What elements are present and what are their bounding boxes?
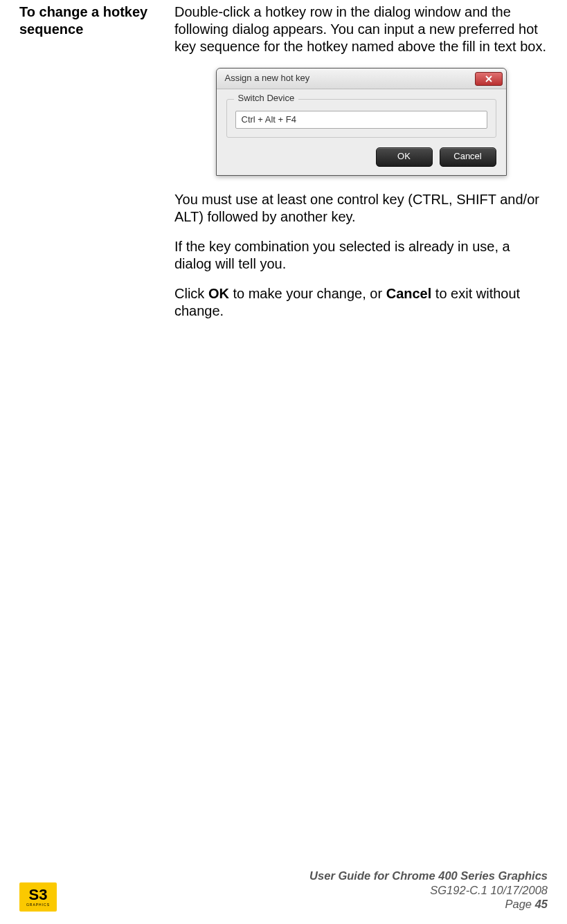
ok-button[interactable]: OK <box>376 147 433 167</box>
close-button[interactable] <box>475 72 503 86</box>
dialog-title: Assign a new hot key <box>225 73 310 84</box>
ok-word: OK <box>208 286 229 301</box>
footer-text: User Guide for Chrome 400 Series Graphic… <box>309 869 548 912</box>
dialog-figure: Assign a new hot key Switch Device OK Ca… <box>174 68 548 176</box>
logo-subtext: GRAPHICS <box>26 903 50 907</box>
paragraph-ok-cancel: Click OK to make your change, or Cancel … <box>174 285 548 320</box>
cancel-word: Cancel <box>386 286 432 301</box>
footer-page: Page 45 <box>309 897 548 912</box>
paragraph-control-key: You must use at least one control key (C… <box>174 191 548 226</box>
s3-logo: S3 GRAPHICS <box>19 882 57 912</box>
page-footer: S3 GRAPHICS User Guide for Chrome 400 Se… <box>0 869 567 912</box>
page-number: 45 <box>535 898 548 910</box>
footer-docid-date: SG192-C.1 10/17/2008 <box>309 883 548 898</box>
hotkey-input[interactable] <box>235 111 487 129</box>
footer-title: User Guide for Chrome 400 Series Graphic… <box>309 869 548 883</box>
section-heading: To change a hotkey sequence <box>19 3 158 38</box>
dialog-buttons: OK Cancel <box>226 147 496 167</box>
dialog-body: Switch Device OK Cancel <box>217 89 506 175</box>
dialog-titlebar: Assign a new hot key <box>217 69 506 89</box>
group-label: Switch Device <box>234 93 299 104</box>
paragraph-intro: Double-click a hotkey row in the dialog … <box>174 3 548 55</box>
cancel-button[interactable]: Cancel <box>440 147 496 167</box>
assign-hotkey-dialog: Assign a new hot key Switch Device OK Ca… <box>216 68 507 176</box>
close-icon <box>485 75 492 82</box>
paragraph-duplicate: If the key combination you selected is a… <box>174 238 548 273</box>
logo-text: S3 <box>29 887 48 903</box>
hotkey-group: Switch Device <box>226 99 496 138</box>
text-fragment: Click <box>174 286 208 301</box>
text-fragment: to make your change, or <box>229 286 386 301</box>
page-label: Page <box>505 898 535 910</box>
